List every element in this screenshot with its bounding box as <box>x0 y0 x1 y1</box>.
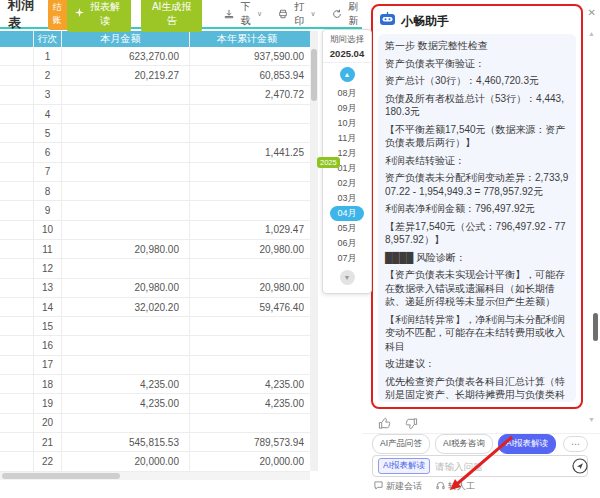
row-no-cell: 11 <box>34 240 62 258</box>
message-paragraph: 【差异17,540元（公式：796,497.92 - 778,957.92）】 <box>385 220 569 247</box>
new-conversation-label: 新建会话 <box>386 480 422 493</box>
month-list: 08月 09月 10月 11月 12月 01月 02月 03月 04月 <box>323 86 371 266</box>
year-amount-cell: 4,235.00 <box>190 375 310 393</box>
month-amount-cell <box>62 143 190 161</box>
table-row: 15 <box>0 317 310 336</box>
message-paragraph: 改进建议： <box>385 357 569 371</box>
year-amount-cell <box>190 124 310 142</box>
month-item[interactable]: 09月 <box>330 101 364 116</box>
more-actions-button[interactable]: ⋯ <box>563 436 588 452</box>
chat-scroll-down-icon[interactable]: ▼ <box>588 416 595 423</box>
row-no-cell: 5 <box>34 124 62 142</box>
close-icon[interactable]: ✕ <box>588 7 596 18</box>
month-amount-cell: 20,980.00 <box>62 240 190 258</box>
table-vertical-scrollbar[interactable] <box>310 31 318 471</box>
table-row: 14 32,020.20 59,476.40 <box>0 298 310 317</box>
period-scroll-down-button[interactable]: ▼ <box>340 270 355 285</box>
year-tag: 2025 <box>317 157 340 168</box>
message-paragraph: ████ 风险诊断： <box>385 251 569 265</box>
printer-icon <box>278 9 288 19</box>
quick-action-pill[interactable]: AI税务咨询 <box>435 434 493 454</box>
page-title: 利润表 <box>8 0 44 32</box>
month-amount-cell: 20,980.00 <box>62 279 190 297</box>
project-cell <box>0 375 34 393</box>
row-no-cell: 20 <box>34 414 62 432</box>
red-annotation-box: 小畅助手 第一步 数据完整性检查 资产负债表平衡验证： 资产总计（30行）：4,… <box>371 4 583 409</box>
month-item[interactable]: 02月 <box>330 176 364 191</box>
month-item[interactable]: 10月 <box>330 116 364 131</box>
quick-action-pills: AI产品问答 AI税务咨询 AI报表解读 <box>372 434 556 454</box>
ai-assistant-panel: 小畅助手 第一步 数据完整性检查 资产负债表平衡验证： 资产总计（30行）：4,… <box>362 0 600 498</box>
message-paragraph: 资产负债表未分配利润变动差异：2,733,907.22 - 1,954,949.… <box>385 171 569 198</box>
month-amount-cell <box>62 86 190 104</box>
chat-footer: 新建会话 转人工 <box>362 479 600 494</box>
table-horizontal-scrollbar[interactable] <box>0 472 310 480</box>
table-row: 9 <box>0 201 310 220</box>
scrollbar-thumb[interactable] <box>311 49 317 101</box>
thumbs-up-button[interactable] <box>378 417 391 430</box>
transfer-to-human-button[interactable]: 转人工 <box>436 480 475 493</box>
table-row: 1 623,270.00 937,590.00 <box>0 47 310 66</box>
input-mode-tag: AI报表解读 <box>378 458 430 474</box>
refresh-button[interactable]: 刷新 <box>332 0 362 28</box>
new-conversation-button[interactable]: 新建会话 <box>374 480 422 493</box>
message-paragraph: 优先检查资产负债表各科目汇总计算（特别是固定资产、长期待摊费用与负债类科目） <box>385 375 569 403</box>
row-no-cell: 1 <box>34 47 62 65</box>
year-amount-cell: 4,235.00 <box>190 394 310 412</box>
table-row: 16 <box>0 336 310 355</box>
quick-action-pill[interactable]: AI产品问答 <box>372 434 430 454</box>
download-icon <box>224 9 234 19</box>
project-cell <box>0 201 34 219</box>
project-cell <box>0 452 34 470</box>
project-cell <box>0 356 34 374</box>
month-item[interactable]: 06月 <box>330 236 364 251</box>
table-header-row: 行次 本月金额 本年累计金额 <box>0 31 310 47</box>
message-paragraph: 负债及所有者权益总计（53行）：4,443,180.3元 <box>385 92 569 119</box>
project-cell <box>0 163 34 181</box>
row-no-cell: 6 <box>34 143 62 161</box>
project-column-header <box>0 31 34 47</box>
month-amount-cell: 623,270.00 <box>62 47 190 65</box>
project-cell <box>0 433 34 451</box>
month-item[interactable]: 03月 <box>330 191 364 206</box>
chat-scroll-up-icon[interactable]: ▲ <box>588 30 595 37</box>
month-item[interactable]: 08月 <box>330 86 364 101</box>
chat-scrollbar-thumb[interactable] <box>593 313 598 341</box>
month-item[interactable]: 04月 <box>330 206 364 221</box>
year-amount-column-header: 本年累计金额 <box>190 31 310 47</box>
analyze-button[interactable]: 报表解读 <box>67 0 131 32</box>
send-button[interactable] <box>572 458 588 474</box>
row-no-cell: 22 <box>34 452 62 470</box>
quick-action-pill[interactable]: AI报表解读 <box>498 434 556 454</box>
row-no-cell: 19 <box>34 394 62 412</box>
row-no-cell: 13 <box>34 279 62 297</box>
project-cell <box>0 105 34 123</box>
year-amount-cell <box>190 356 310 374</box>
project-cell <box>0 124 34 142</box>
report-toolbar: 利润表 结账 报表解读 AI生成报告 下载 ∨ <box>0 0 362 29</box>
row-no-cell: 10 <box>34 221 62 239</box>
month-item[interactable]: 07月 <box>330 251 364 266</box>
scrollbar-thumb[interactable] <box>2 473 120 479</box>
ai-generate-report-button[interactable]: AI生成报告 <box>141 0 202 32</box>
month-item[interactable]: 05月 <box>330 221 364 236</box>
month-amount-cell <box>62 105 190 123</box>
month-item[interactable]: 11月 <box>330 131 364 146</box>
month-amount-cell <box>62 201 190 219</box>
table-row: 10 1,029.47 <box>0 221 310 240</box>
month-amount-cell <box>62 182 190 200</box>
month-amount-cell <box>62 414 190 432</box>
print-button[interactable]: 打印 ∨ <box>278 0 316 28</box>
period-selector-panel: 期间选择 2025.04 ▲ 08月 09月 10月 11月 12月 01月 0… <box>322 29 372 294</box>
download-button[interactable]: 下载 ∨ <box>224 0 262 28</box>
message-paragraph: 利润表结转验证： <box>385 154 569 168</box>
project-cell <box>0 86 34 104</box>
thumbs-down-button[interactable] <box>405 417 418 430</box>
year-amount-cell: 20,980.00 <box>190 279 310 297</box>
period-scroll-up-button[interactable]: ▲ <box>340 67 355 82</box>
month-amount-cell <box>62 356 190 374</box>
chat-input[interactable] <box>435 461 567 472</box>
message-paragraph: 【利润结转异常】，净利润与未分配利润变动不匹配，可能存在未结转费用或收入科目 <box>385 313 569 354</box>
message-paragraph: 资产总计（30行）：4,460,720.3元 <box>385 74 569 88</box>
year-amount-cell <box>190 414 310 432</box>
